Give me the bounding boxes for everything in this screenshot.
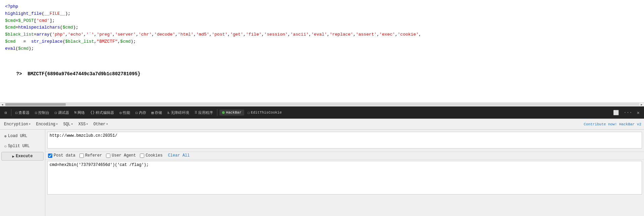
performance-label: 性能 — [123, 110, 130, 115]
execute-button[interactable]: ▶ Execute — [1, 152, 44, 161]
horizontal-scrollbar[interactable]: ◀ ▶ — [0, 102, 644, 106]
menu-sql[interactable]: SQL ▾ — [62, 121, 74, 127]
sql-label: SQL — [63, 122, 70, 127]
code-line-3: $cmd=$_POST['cmd']; — [5, 17, 639, 25]
tab-network[interactable]: N 网络 — [72, 109, 87, 116]
clear-all-button[interactable]: Clear All — [168, 153, 190, 158]
memory-label: 内存 — [139, 110, 146, 115]
inspector-icon: ◻ — [15, 111, 18, 115]
execute-icon: ▶ — [12, 154, 14, 159]
xss-label: XSS — [78, 122, 86, 127]
code-line-2: highlight_file(__FILE__); — [5, 10, 639, 17]
toolbar-separator-2 — [217, 109, 217, 116]
code-line-7: eval($cmd); — [5, 45, 639, 52]
network-label: 网络 — [77, 110, 85, 115]
code-display-area: <?php highlight_file(__FILE__); $cmd=$_P… — [0, 0, 644, 102]
encoding-label: Encoding — [36, 122, 55, 127]
menu-other[interactable]: Other ▾ — [92, 121, 109, 127]
tab-style-editor[interactable]: {} 样式编辑器 — [88, 109, 116, 116]
storage-icon: ▤ — [152, 111, 154, 115]
tab-storage[interactable]: ▤ 存储 — [150, 109, 164, 116]
menu-encoding[interactable]: Encoding ▾ — [35, 121, 59, 127]
execute-label: Execute — [16, 154, 33, 159]
postdata-area — [45, 160, 644, 216]
encryption-label: Encryption — [4, 122, 28, 127]
devtools-pick-btn[interactable]: ⊡ — [3, 110, 9, 116]
tab-memory[interactable]: ◻ 内存 — [133, 109, 148, 116]
referer-checkbox-item[interactable]: Referer — [79, 153, 102, 158]
useragent-label: User Agent — [112, 153, 136, 158]
tab-inspector[interactable]: ◻ 查看器 — [13, 109, 32, 116]
devtools-right-controls: ⬜ ··· ✕ — [611, 109, 641, 117]
hackbar-sidebar: ⊕ Load URL ⚇ Split URL ▶ Execute — [0, 130, 45, 216]
application-icon: ⠿ — [195, 111, 197, 115]
load-url-label: Load URL — [8, 134, 28, 138]
hackbar-content-area: Post data Referer User Agent Cookies Cle… — [45, 130, 644, 216]
load-url-icon: ⊕ — [4, 134, 7, 138]
editthiscookie-checkbox-icon: ☐ — [248, 111, 250, 115]
other-label: Other — [94, 122, 106, 127]
devtools-toolbar: ⊡ ◻ 查看器 ◻ 控制台 ◻ 调试器 N 网络 {} 样式编辑器 ◎ 性能 ◻… — [0, 106, 644, 119]
style-editor-icon: {} — [90, 111, 95, 115]
scroll-track[interactable] — [5, 103, 639, 106]
checkboxes-row: Post data Referer User Agent Cookies Cle… — [45, 152, 644, 160]
devtools-close-btn[interactable]: ✕ — [635, 109, 641, 117]
cookies-checkbox-item[interactable]: Cookies — [140, 153, 162, 158]
accessibility-icon: ♿ — [167, 111, 170, 115]
editthiscookie-label: EditThisCookie — [251, 111, 282, 115]
useragent-checkbox[interactable] — [106, 154, 110, 158]
split-url-icon: ⚇ — [4, 144, 7, 148]
hackbar-body: ⊕ Load URL ⚇ Split URL ▶ Execute P — [0, 130, 644, 216]
style-editor-label: 样式编辑器 — [96, 110, 114, 115]
postdata-input-field[interactable] — [47, 161, 642, 195]
devtools-more-btn[interactable]: ··· — [622, 109, 634, 116]
hackbar-panel: Encryption ▾ Encoding ▾ SQL ▾ XSS ▾ Othe… — [0, 119, 644, 216]
application-label: 应用程序 — [198, 110, 213, 115]
hackbar-menu-bar: Encryption ▾ Encoding ▾ SQL ▾ XSS ▾ Othe… — [0, 119, 644, 130]
network-icon: N — [74, 111, 77, 115]
xss-arrow: ▾ — [86, 122, 88, 126]
load-url-button[interactable]: ⊕ Load URL — [1, 132, 44, 140]
contribute-link[interactable]: Contribute now! HackBar v2 — [584, 122, 641, 126]
scroll-thumb[interactable] — [5, 103, 66, 106]
console-icon: ◻ — [35, 111, 37, 115]
encryption-arrow: ▾ — [29, 122, 31, 126]
accessibility-label: 无障碍环境 — [171, 110, 189, 115]
other-arrow: ▾ — [106, 122, 108, 126]
tab-debugger[interactable]: ◻ 调试器 — [53, 109, 71, 116]
cookies-label: Cookies — [146, 153, 162, 158]
menu-encryption[interactable]: Encryption ▾ — [3, 121, 32, 127]
postdata-checkbox-item[interactable]: Post data — [48, 153, 75, 158]
postdata-label: Post data — [54, 153, 75, 158]
scroll-left-arrow[interactable]: ◀ — [1, 103, 4, 106]
referer-checkbox[interactable] — [79, 154, 84, 158]
tab-console[interactable]: ◻ 控制台 — [33, 109, 51, 116]
split-url-button[interactable]: ⚇ Split URL — [1, 142, 44, 150]
tab-hackbar[interactable]: HackBar — [219, 110, 244, 116]
debugger-icon: ◻ — [55, 111, 57, 115]
sql-arrow: ▾ — [71, 122, 73, 126]
storage-label: 存储 — [155, 110, 162, 115]
encoding-arrow: ▾ — [56, 122, 58, 126]
hackbar-tab-label: HackBar — [226, 111, 241, 115]
referer-label: Referer — [85, 153, 102, 158]
scroll-right-arrow[interactable]: ▶ — [640, 103, 643, 106]
devtools-undock-btn[interactable]: ⬜ — [611, 109, 621, 117]
code-line-6: $cmd = str_ireplace($black_list,"BMZCTF"… — [5, 38, 639, 45]
memory-icon: ◻ — [136, 111, 138, 115]
hackbar-green-dot — [222, 111, 225, 114]
inspector-label: 查看器 — [18, 110, 30, 115]
tab-editthiscookie[interactable]: ☐ EditThisCookie — [246, 110, 284, 116]
postdata-checkbox[interactable] — [48, 154, 52, 158]
tab-accessibility[interactable]: ♿ 无障碍环境 — [165, 109, 191, 116]
flag-value: BMZCTF{6890a976e47449c3a7d9b1c802781095} — [28, 71, 140, 77]
tab-application[interactable]: ⠿ 应用程序 — [193, 109, 215, 116]
tab-performance[interactable]: ◎ 性能 — [117, 109, 132, 116]
cookies-checkbox[interactable] — [140, 154, 144, 158]
useragent-checkbox-item[interactable]: User Agent — [106, 153, 136, 158]
menu-xss[interactable]: XSS ▾ — [77, 121, 90, 127]
toolbar-separator-1 — [11, 109, 11, 116]
url-input-field[interactable] — [47, 132, 642, 148]
code-line-4: $cmd=htmlspecialchars($cmd); — [5, 24, 639, 31]
code-line-5: $black_list=array('php','echo','`','preg… — [5, 31, 639, 38]
